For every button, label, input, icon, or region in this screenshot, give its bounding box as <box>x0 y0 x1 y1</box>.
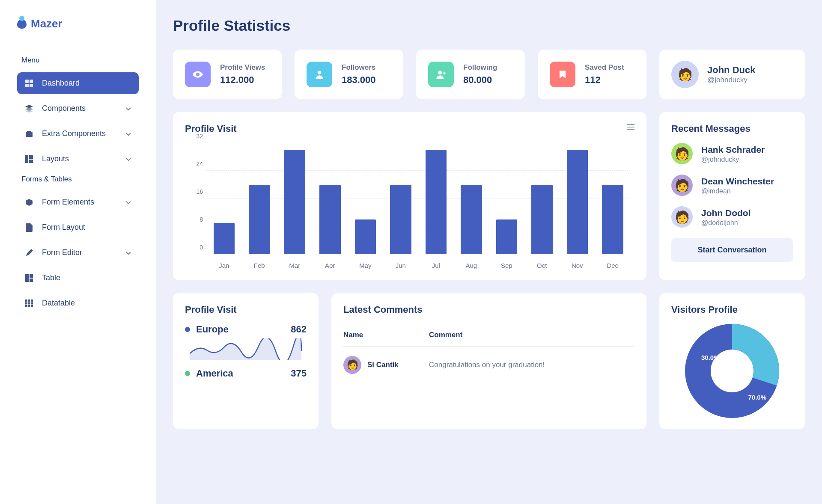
messages-title: Recent Messages <box>671 123 793 134</box>
bookmark-icon <box>550 62 575 87</box>
svg-rect-7 <box>29 155 33 159</box>
avatar: 🧑 <box>671 143 693 164</box>
menu-icon <box>25 274 33 282</box>
xlabel: May <box>348 262 383 269</box>
menu-icon <box>25 223 33 232</box>
bar-Jun[interactable] <box>390 185 411 255</box>
sidebar-item-label: Extra Components <box>42 129 106 138</box>
message-item[interactable]: 🧑Dean Winchester@imdean <box>671 175 793 196</box>
stat-label: Followers <box>342 63 376 72</box>
stat-value: 112 <box>585 74 624 86</box>
xlabel: Apr <box>313 262 348 269</box>
message-handle: @johnducky <box>701 156 765 163</box>
svg-rect-24 <box>561 72 564 73</box>
sidebar-item-extra-components[interactable]: Extra Components <box>17 123 139 145</box>
chevron-down-icon <box>126 248 131 257</box>
main-content: Profile Statistics Profile Views112.000F… <box>156 0 822 504</box>
col-name: Name <box>343 324 429 347</box>
bar-Dec[interactable] <box>602 185 623 255</box>
avatar: 🧑 <box>671 206 693 228</box>
sidebar-item-form-layout[interactable]: Form Layout <box>17 216 139 238</box>
menu-icon <box>25 155 33 163</box>
chevron-down-icon <box>126 198 131 207</box>
sidebar-item-label: Layouts <box>42 154 69 163</box>
profile-card[interactable]: 🧑 John Duck @johnducky <box>659 50 805 99</box>
visitors-card: Visitors Profile 30.0% 70.0% <box>659 293 805 429</box>
brand-logo[interactable]: Mazer <box>17 17 139 30</box>
bar-Mar[interactable] <box>284 150 306 254</box>
message-item[interactable]: 🧑Hank Schrader@johnducky <box>671 143 793 164</box>
svg-rect-21 <box>31 305 33 307</box>
page-title: Profile Statistics <box>173 17 805 34</box>
sidebar-item-label: Dashboard <box>42 79 80 88</box>
region-name: Europe <box>196 324 285 335</box>
xlabel: Oct <box>524 262 560 269</box>
svg-rect-12 <box>30 279 33 282</box>
person-icon <box>17 19 27 29</box>
region-value: 862 <box>291 324 307 335</box>
message-handle: @imdean <box>701 187 774 195</box>
svg-rect-8 <box>29 160 33 163</box>
hamburger-icon[interactable] <box>627 123 634 132</box>
message-item[interactable]: 🧑John Dodol@dodoljohn <box>671 206 793 228</box>
xlabel: Sep <box>489 262 524 269</box>
sidebar: Mazer Menu DashboardComponentsExtra Comp… <box>0 0 156 504</box>
svg-rect-0 <box>25 80 29 83</box>
region-row: Europe862 <box>185 324 307 335</box>
chart-card: Profile Visit 08162432JanFebMarAprMayJun… <box>173 112 646 280</box>
bar-May[interactable] <box>355 219 376 254</box>
svg-rect-14 <box>28 299 30 302</box>
xlabel: Jul <box>418 262 454 269</box>
menu-icon <box>25 79 33 88</box>
profile-handle: @johnducky <box>707 76 755 84</box>
bar-Aug[interactable] <box>461 185 482 255</box>
region-value: 375 <box>291 368 307 379</box>
visitors-donut-chart: 30.0% 70.0% <box>685 324 779 418</box>
stat-card-profile-views: Profile Views112.000 <box>173 50 282 99</box>
user-plus-icon <box>428 62 454 87</box>
menu-icon <box>25 249 33 257</box>
message-handle: @dodoljohn <box>701 219 751 227</box>
stat-card-saved-post: Saved Post112 <box>538 50 646 99</box>
svg-rect-16 <box>25 302 27 304</box>
sidebar-item-form-elements[interactable]: Form Elements <box>17 191 139 213</box>
xlabel: Aug <box>454 262 489 269</box>
sidebar-item-label: Form Editor <box>42 248 82 257</box>
bar-Feb[interactable] <box>249 185 270 255</box>
sidebar-item-label: Datatable <box>42 299 75 308</box>
bar-Nov[interactable] <box>567 150 588 254</box>
sidebar-item-datatable[interactable]: Datatable <box>17 292 139 314</box>
svg-point-22 <box>318 71 322 74</box>
bar-Sep[interactable] <box>496 219 518 254</box>
stat-label: Following <box>463 63 497 72</box>
profile-visit-chart: 08162432JanFebMarAprMayJunJulAugSepOctNo… <box>185 143 634 269</box>
message-name: Dean Winchester <box>701 175 774 187</box>
donut-label-2: 70.0% <box>748 394 766 401</box>
message-name: John Dodol <box>701 207 751 219</box>
stat-card-followers: Followers183.000 <box>295 50 403 99</box>
svg-rect-19 <box>25 305 27 307</box>
region-row: America375 <box>185 368 307 379</box>
sidebar-item-components[interactable]: Components <box>17 98 139 119</box>
start-conversation-button[interactable]: Start Conversation <box>671 238 793 262</box>
sidebar-item-layouts[interactable]: Layouts <box>17 148 139 170</box>
svg-rect-17 <box>28 302 30 304</box>
regions-title: Profile Visit <box>185 304 307 315</box>
svg-rect-10 <box>25 274 29 282</box>
svg-rect-18 <box>31 302 33 304</box>
stat-value: 112.000 <box>220 74 265 86</box>
comments-title: Latest Comments <box>343 304 634 315</box>
sidebar-item-dashboard[interactable]: Dashboard <box>17 72 139 94</box>
xlabel: Dec <box>595 262 631 269</box>
sidebar-item-label: Table <box>42 273 60 282</box>
sidebar-item-table[interactable]: Table <box>17 267 139 289</box>
sidebar-item-form-editor[interactable]: Form Editor <box>17 242 139 264</box>
bar-Oct[interactable] <box>531 185 553 255</box>
bar-Apr[interactable] <box>319 185 341 255</box>
region-name: America <box>196 368 285 379</box>
bar-Jul[interactable] <box>426 150 447 254</box>
comment-text: Congratulations on your graduation! <box>429 347 634 383</box>
user-icon <box>307 62 332 87</box>
bar-Jan[interactable] <box>214 223 235 254</box>
svg-rect-2 <box>25 84 29 87</box>
